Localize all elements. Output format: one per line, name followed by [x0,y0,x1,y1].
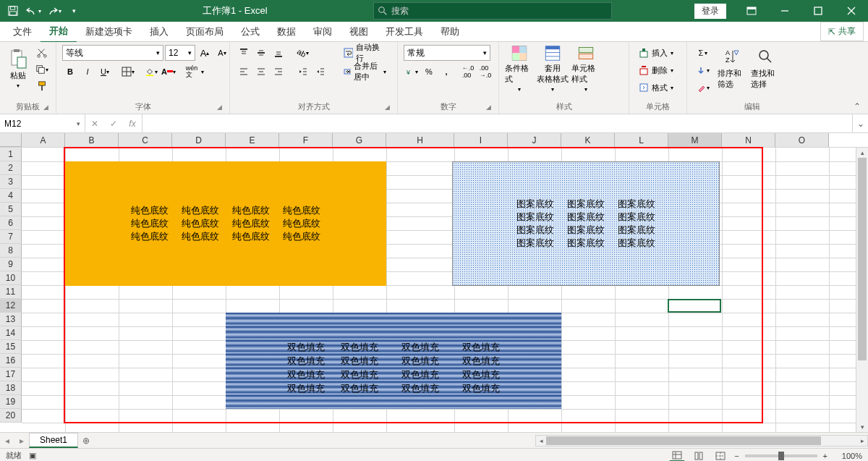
name-box-input[interactable] [4,119,62,129]
format-cells-button[interactable]: 格式▾ [635,80,677,96]
cells-area[interactable]: 纯色底纹纯色底纹纯色底纹纯色底纹 纯色底纹纯色底纹纯色底纹纯色底纹 纯色底纹纯色… [22,148,868,432]
tab-home[interactable]: 开始 [41,21,77,43]
normal-view-button[interactable] [669,450,685,462]
horizontal-scrollbar[interactable]: ◂ ▸ [535,435,868,447]
increase-font-button[interactable]: A▴ [197,45,213,61]
tab-dev[interactable]: 开发工具 [377,22,432,42]
paste-button[interactable]: 粘贴▾ [6,45,30,93]
tab-layout[interactable]: 页面布局 [177,22,232,42]
row-header-10[interactable]: 10 [0,271,22,285]
hscroll-thumb[interactable] [546,436,821,445]
decrease-decimal-button[interactable]: .00→.0 [477,64,493,80]
cell-styles-button[interactable]: 单元格样式▾ [571,45,600,93]
increase-indent-button[interactable] [312,64,328,80]
copy-button[interactable]: ▾ [34,62,50,77]
row-header-11[interactable]: 11 [0,285,22,299]
col-header-I[interactable]: I [454,133,508,147]
zoom-in-button[interactable]: + [823,452,827,460]
clear-button[interactable]: ▾ [693,80,713,96]
font-name-combo[interactable]: 等线▾ [62,45,163,61]
align-bottom-button[interactable] [271,45,286,61]
enter-formula-button[interactable]: ✓ [104,119,123,129]
zoom-out-button[interactable]: − [734,452,739,460]
align-launcher[interactable]: ◢ [383,103,391,112]
col-header-M[interactable]: M [668,133,722,147]
align-center-button[interactable] [253,64,269,80]
font-launcher[interactable]: ◢ [215,103,224,112]
ribbon-display-options[interactable] [735,0,768,22]
conditional-format-button[interactable]: 条件格式▾ [505,45,534,93]
orientation-button[interactable]: ab▾ [295,45,311,61]
macro-recorder-icon[interactable]: ▣ [29,451,36,460]
tab-view[interactable]: 视图 [341,22,377,42]
collapse-ribbon-button[interactable]: ⌃ [851,101,864,112]
row-header-6[interactable]: 6 [0,216,22,230]
row-header-1[interactable]: 1 [0,148,22,161]
cancel-formula-button[interactable]: ✕ [85,119,104,129]
format-painter-button[interactable] [34,78,50,94]
find-select-button[interactable]: 查找和选择 [751,45,780,93]
formula-input[interactable] [142,114,852,132]
decrease-font-button[interactable]: A▾ [214,45,230,61]
row-header-14[interactable]: 14 [0,326,22,340]
col-header-C[interactable]: C [119,133,172,147]
save-button[interactable] [4,2,22,20]
underline-button[interactable]: U▾ [97,64,113,80]
row-header-3[interactable]: 3 [0,175,22,189]
qat-customize[interactable]: ▾ [65,2,82,20]
sort-filter-button[interactable]: AZ排序和筛选 [718,45,746,93]
expand-formula-bar[interactable]: ⌄ [852,114,868,132]
col-header-K[interactable]: K [561,133,615,147]
vscroll-thumb[interactable] [858,158,867,360]
minimize-button[interactable] [768,0,801,22]
row-header-13[interactable]: 13 [0,313,22,326]
bold-button[interactable]: B [62,64,78,80]
wrap-text-button[interactable]: 自动换行 [339,45,391,61]
number-launcher[interactable]: ◢ [484,103,493,112]
maximize-button[interactable] [801,0,835,22]
scroll-left-arrow[interactable]: ◂ [536,436,546,446]
align-left-button[interactable] [236,64,252,80]
col-header-E[interactable]: E [226,133,279,147]
insert-cells-button[interactable]: 插入▾ [635,45,677,61]
row-header-9[interactable]: 9 [0,258,22,271]
col-header-F[interactable]: F [279,133,333,147]
phonetic-button[interactable]: wén 文 [184,64,200,80]
align-right-button[interactable] [271,64,286,80]
align-middle-button[interactable] [253,45,269,61]
tab-new[interactable]: 新建选项卡 [77,22,141,42]
zoom-slider[interactable] [745,454,817,457]
close-button[interactable] [835,0,868,22]
redo-button[interactable]: ▾ [45,2,62,20]
sheet-nav[interactable]: ◂▸ [0,436,29,446]
merge-center-button[interactable]: 合并后居中▾ [339,64,391,80]
search-box[interactable]: 搜索 [373,2,612,20]
tab-data[interactable]: 数据 [268,22,305,42]
tab-formula[interactable]: 公式 [232,22,268,42]
undo-button[interactable]: ▾ [25,2,42,20]
page-break-view-button[interactable] [712,450,728,462]
page-layout-view-button[interactable] [691,450,707,462]
sheet-tab-sheet1[interactable]: Sheet1 [29,433,78,448]
name-box[interactable]: ▾ [0,114,85,132]
add-sheet-button[interactable]: ⊕ [78,436,94,446]
col-header-L[interactable]: L [615,133,668,147]
cut-button[interactable] [34,45,50,61]
tab-review[interactable]: 审阅 [305,22,341,42]
italic-button[interactable]: I [80,64,95,80]
scroll-down-arrow[interactable]: ▾ [856,422,868,432]
tab-help[interactable]: 帮助 [432,22,468,42]
delete-cells-button[interactable]: 删除▾ [635,62,677,78]
row-header-5[interactable]: 5 [0,203,22,216]
share-button[interactable]: ⇱共享 [820,22,864,41]
comma-button[interactable]: , [438,64,454,80]
border-button[interactable]: ▾ [120,64,136,80]
row-header-19[interactable]: 19 [0,395,22,409]
select-all-corner[interactable] [0,133,22,147]
align-top-button[interactable] [236,45,252,61]
row-header-7[interactable]: 7 [0,230,22,244]
font-size-combo[interactable]: 12▾ [165,45,195,61]
row-header-17[interactable]: 17 [0,368,22,381]
row-header-12[interactable]: 12 [0,299,22,313]
col-header-B[interactable]: B [65,133,119,147]
